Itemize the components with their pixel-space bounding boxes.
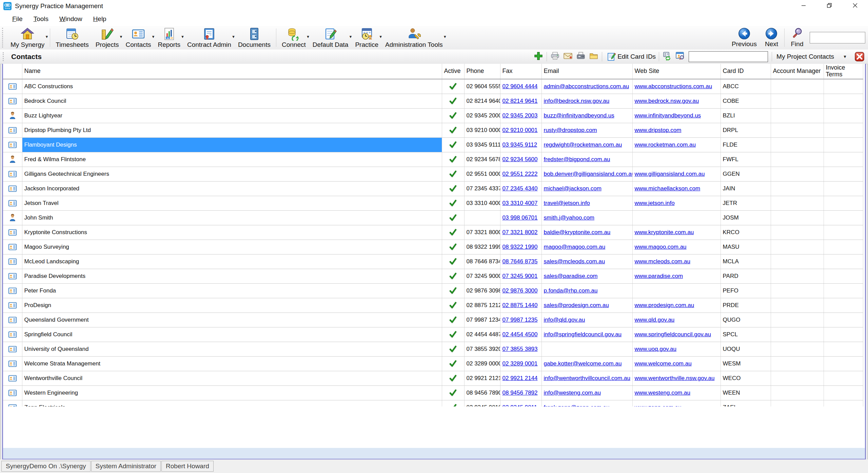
email-button[interactable]: [563, 52, 573, 62]
website-link[interactable]: www.mcleods.com.au: [635, 258, 690, 265]
contact-name-cell[interactable]: Bedrock Council: [22, 94, 442, 109]
chevron-down-icon[interactable]: ▼: [443, 35, 447, 39]
fax-link[interactable]: 02 8214 9641: [502, 98, 538, 104]
website-link[interactable]: www.rocketman.com.au: [635, 141, 696, 148]
contact-name-cell[interactable]: Magoo Surveying: [22, 240, 442, 254]
website-link[interactable]: www.magoo.com.au: [635, 244, 687, 250]
fax-link[interactable]: 02 9876 3000: [502, 287, 538, 294]
toolbar-button-default-data[interactable]: Default Data▼: [309, 26, 352, 50]
table-row-western-engineering[interactable]: Western Engineering 08 9456 7890 08 9456…: [3, 386, 863, 400]
toolbar-grip[interactable]: [2, 28, 6, 48]
table-row-gilligans-geotechnical-engineers[interactable]: Gilligans Geotechnical Engineers 02 9551…: [3, 167, 863, 182]
fax-machine-button[interactable]: [576, 52, 586, 62]
column-header-active[interactable]: Active: [442, 64, 464, 79]
toolbar-button-my-synergy[interactable]: My Synergy▼: [7, 26, 48, 50]
print-button[interactable]: [550, 52, 560, 62]
edit-card-ids-button[interactable]: Edit Card IDs: [605, 52, 656, 62]
fax-link[interactable]: 07 9987 1235: [502, 317, 538, 323]
contact-name-cell[interactable]: Jackson Incorporated: [22, 182, 442, 196]
previous-button[interactable]: Previous: [728, 26, 761, 50]
folder-button[interactable]: [589, 52, 599, 62]
fax-link[interactable]: 07 2345 4340: [502, 185, 538, 192]
website-link[interactable]: www.abcconstructions.com.au: [635, 83, 712, 90]
view-dropdown[interactable]: My Project Contacts ▼: [776, 53, 850, 60]
contact-name-cell[interactable]: Peter Fonda: [22, 284, 442, 298]
table-row-peter-fonda[interactable]: Peter Fonda 02 9876 3098 02 9876 3000 p.…: [3, 284, 863, 298]
column-header-card-id[interactable]: Card ID: [721, 64, 771, 79]
contact-name-cell[interactable]: Queensland Government: [22, 313, 442, 327]
find-input[interactable]: [810, 32, 865, 43]
email-link[interactable]: p.fonda@rhp.com.au: [544, 287, 598, 294]
column-header-name[interactable]: Name: [22, 64, 442, 79]
fax-link[interactable]: 02 9604 4444: [502, 83, 538, 90]
fax-link[interactable]: 02 3289 0001: [502, 360, 538, 367]
table-row-paradise-developments[interactable]: Paradise Developments 07 3245 9000 07 32…: [3, 269, 863, 284]
fax-link[interactable]: 08 9322 1990: [502, 244, 538, 250]
fax-link[interactable]: 07 3321 8002: [502, 229, 538, 235]
toolbar-button-timesheets[interactable]: Timesheets: [52, 26, 92, 50]
column-header-phone[interactable]: Phone: [464, 64, 500, 79]
menu-file[interactable]: File: [7, 14, 28, 24]
table-row-flamboyant-designs[interactable]: Flamboyant Designs 03 9345 9111 03 9345 …: [3, 138, 863, 152]
fax-link[interactable]: 02 4454 4500: [502, 331, 538, 338]
table-row-prodesign[interactable]: ProDesign 02 8875 1212 02 8875 1440 sale…: [3, 298, 863, 313]
website-link[interactable]: www.prodesign.com.au: [635, 302, 694, 308]
fax-link[interactable]: 02 9551 2222: [502, 171, 538, 177]
contact-name-cell[interactable]: ABC Constructions: [22, 79, 442, 94]
contact-name-cell[interactable]: Paradise Developments: [22, 269, 442, 284]
website-link[interactable]: www.gilligansisland.com.au: [635, 171, 705, 177]
table-row-university-of-queensland[interactable]: University of Queensland 07 3855 3920 07…: [3, 342, 863, 357]
sync-contacts-button[interactable]: [662, 52, 672, 62]
email-link[interactable]: info@westeng.com.au: [544, 390, 601, 396]
column-header-icon[interactable]: [3, 64, 22, 79]
email-link[interactable]: sales@prodesign.com.au: [544, 302, 609, 308]
email-link[interactable]: regdwight@rocketman.com.au: [544, 141, 622, 148]
email-link[interactable]: sales@mcleods.com.au: [544, 258, 605, 265]
fax-link[interactable]: 02 8875 1440: [502, 302, 538, 308]
contact-name-cell[interactable]: Kryptonite Constructions: [22, 225, 442, 240]
fax-link[interactable]: 02 9234 5600: [502, 156, 538, 163]
contact-name-cell[interactable]: Western Engineering: [22, 386, 442, 400]
website-link[interactable]: www.uoq.gov.au: [635, 346, 676, 352]
email-link[interactable]: bob.denver@gilligansisland.com.au: [544, 171, 633, 177]
table-row-fred-wilma-flintstone[interactable]: Fred & Wilma Flintstone 02 9234 5678 02 …: [3, 152, 863, 167]
table-row-wentworthville-council[interactable]: Wentworthville Council 02 9921 2121 02 9…: [3, 371, 863, 386]
website-link[interactable]: www.dripstop.com: [635, 127, 682, 133]
contact-name-cell[interactable]: Jetson Travel: [22, 196, 442, 211]
fax-link[interactable]: 08 7646 8735: [502, 258, 538, 265]
fax-link[interactable]: 03 3310 4007: [502, 200, 538, 206]
fax-link[interactable]: 02 9345 2003: [502, 112, 538, 119]
website-link[interactable]: www.infinityandbeyond.us: [635, 112, 701, 119]
toolbar-button-reports[interactable]: AReports▼: [154, 26, 184, 50]
toolbar-button-practice[interactable]: Practice▼: [352, 26, 382, 50]
website-link[interactable]: www.wentworthville.nsw.gov.au: [635, 375, 715, 381]
website-link[interactable]: www.michaellackson.com: [635, 185, 701, 192]
email-link[interactable]: fredster@bigpond.com.au: [544, 156, 610, 163]
fax-link[interactable]: 02 9921 2144: [502, 375, 538, 381]
email-link[interactable]: baldie@kryptonite.com.au: [544, 229, 611, 235]
table-row-dripstop-plumbing-pty-ltd[interactable]: Dripstop Plumbing Pty Ltd 03 9210 0000 0…: [3, 123, 863, 138]
column-header-email[interactable]: Email: [541, 64, 632, 79]
table-row-welcome-strata-management[interactable]: Welcome Strata Management 02 3289 0000 0…: [3, 357, 863, 371]
fax-link[interactable]: 02 9210 0001: [502, 127, 538, 133]
toolbar-button-connect[interactable]: Connect▼: [278, 26, 309, 50]
toolbar-button-projects[interactable]: Projects▼: [92, 26, 122, 50]
column-header-web-site[interactable]: Web Site: [632, 64, 721, 79]
website-link[interactable]: www.bedrock.nsw.gov.au: [635, 98, 699, 104]
email-link[interactable]: michael@jackson.com: [544, 185, 601, 192]
table-row-abc-constructions[interactable]: ABC Constructions 02 9604 5555 02 9604 4…: [3, 79, 863, 94]
contact-name-cell[interactable]: John Smith: [22, 211, 442, 225]
fax-link[interactable]: 03 998 06701: [502, 214, 538, 221]
fax-link[interactable]: 03 9345 9112: [502, 141, 537, 148]
contacts-toolbar-grip[interactable]: [3, 52, 7, 61]
close-button[interactable]: [842, 0, 868, 12]
table-row-jackson-incorporated[interactable]: Jackson Incorporated 07 2345 4337 07 234…: [3, 182, 863, 196]
website-link[interactable]: www.kryptonite.com.au: [635, 229, 694, 235]
toolbar-button-contacts[interactable]: Contacts▼: [122, 26, 154, 50]
email-link[interactable]: sales@paradise.com: [544, 273, 598, 279]
table-row-jetson-travel[interactable]: Jetson Travel 03 3310 4000 03 3310 4007 …: [3, 196, 863, 211]
close-view-button[interactable]: [854, 52, 865, 62]
contact-name-cell[interactable]: Springfield Council: [22, 327, 442, 342]
contact-name-cell[interactable]: McLeod Landscaping: [22, 254, 442, 269]
email-link[interactable]: magoo@magoo.com.au: [544, 244, 606, 250]
